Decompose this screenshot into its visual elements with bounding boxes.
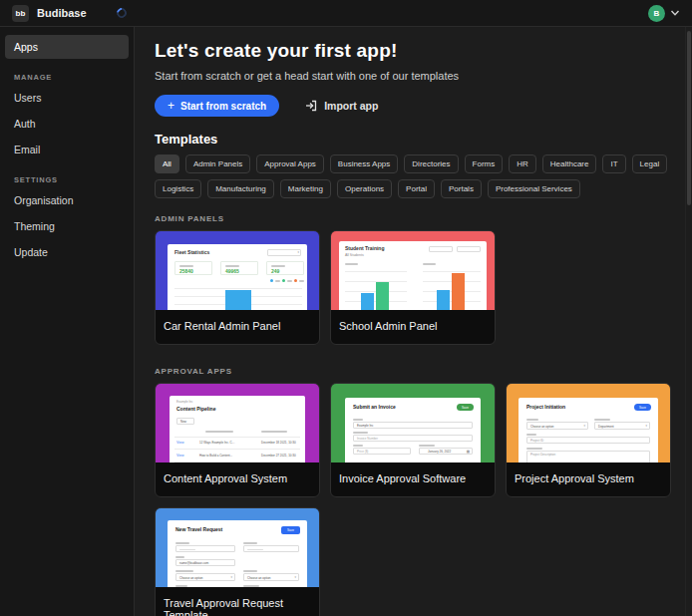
filter-forms[interactable]: Forms bbox=[465, 154, 504, 173]
chevron-down-icon[interactable] bbox=[670, 8, 680, 18]
mini-new-button: New bbox=[176, 418, 194, 425]
mini-title: Student Training bbox=[345, 246, 384, 251]
section-admin-panels: ADMIN PANELS bbox=[155, 214, 672, 223]
mini-label-line bbox=[175, 570, 193, 572]
mini-panel: Fleet Statistics ▾ 25840 49965 bbox=[168, 244, 307, 310]
mini-divider bbox=[174, 449, 300, 450]
mini-row-text: 12 Ways Example Inc. C... bbox=[199, 442, 234, 445]
filter-it[interactable]: IT bbox=[602, 154, 625, 173]
car-rental-thumbnail: Fleet Statistics ▾ 25840 49965 bbox=[156, 231, 319, 310]
avatar[interactable]: B bbox=[648, 5, 665, 22]
sidebar-item-auth[interactable]: Auth bbox=[5, 112, 129, 136]
mini-view-link: View bbox=[176, 442, 184, 446]
mini-label-line bbox=[175, 542, 189, 544]
scrollbar-thumb[interactable] bbox=[687, 31, 691, 205]
mini-label-line bbox=[345, 263, 358, 265]
mini-subtitle: All Students bbox=[345, 254, 364, 258]
mini-placeholder-line bbox=[247, 549, 263, 551]
mini-select: Choose an option ▾ bbox=[175, 573, 235, 581]
template-card-project-approval[interactable]: Project Initiation Save Choose an option… bbox=[506, 383, 671, 497]
mini-input-placeholder: Project ID bbox=[530, 440, 543, 443]
sidebar-section-settings: SETTINGS bbox=[14, 175, 120, 184]
mini-legend-label bbox=[299, 280, 304, 282]
sidebar-item-theming[interactable]: Theming bbox=[5, 214, 129, 238]
mini-label-line bbox=[419, 445, 435, 447]
mini-date-input: January 26, 2022 ▦ bbox=[419, 448, 473, 455]
scrollbar-track[interactable] bbox=[685, 27, 692, 616]
start-from-scratch-button[interactable]: + Start from scratch bbox=[155, 95, 279, 117]
sidebar-item-users[interactable]: Users bbox=[5, 86, 129, 110]
filter-logistics[interactable]: Logistics bbox=[155, 179, 201, 198]
filter-all[interactable]: All bbox=[155, 154, 179, 173]
mini-textarea: Project Description bbox=[526, 451, 650, 462]
template-card-label: Content Approval System bbox=[156, 462, 319, 496]
filter-approval-apps[interactable]: Approval Apps bbox=[256, 154, 324, 173]
filter-legal[interactable]: Legal bbox=[632, 154, 668, 173]
mini-label-line bbox=[179, 265, 193, 267]
mini-label-line bbox=[594, 419, 610, 421]
budibase-portal: bb Budibase B Apps MANAGE Users Auth Ema… bbox=[0, 0, 692, 616]
user-menu[interactable]: B bbox=[648, 5, 680, 22]
main-content: Let's create your first app! Start from … bbox=[135, 27, 692, 616]
filter-professional-services[interactable]: Professional Services bbox=[488, 179, 580, 198]
mini-divider bbox=[174, 462, 300, 462]
template-filters: All Admin Panels Approval Apps Business … bbox=[155, 154, 672, 198]
school-thumbnail: Student Training All Students bbox=[331, 231, 495, 310]
mini-col-header-line bbox=[205, 431, 233, 433]
filter-operations[interactable]: Operations bbox=[337, 179, 392, 198]
filter-directories[interactable]: Directories bbox=[404, 154, 458, 173]
mini-chevron-down-icon: ▾ bbox=[645, 425, 647, 428]
mini-label-line bbox=[225, 265, 239, 267]
section-approval-apps: APPROVAL APPS bbox=[155, 367, 672, 376]
mini-stat-card: 49965 bbox=[220, 261, 258, 275]
filter-business-apps[interactable]: Business Apps bbox=[330, 154, 398, 173]
filter-portal[interactable]: Portal bbox=[398, 179, 435, 198]
mini-label-line bbox=[175, 556, 184, 558]
mini-email-value: name@budibase.com bbox=[179, 562, 208, 565]
mini-chevron-down-icon: ▾ bbox=[297, 251, 299, 254]
content-approval-thumbnail: Example Inc Content Pipeline New View 12… bbox=[156, 384, 319, 462]
mini-chevron-down-icon: ▾ bbox=[583, 425, 585, 428]
mini-stat-value: 249 bbox=[271, 269, 279, 274]
import-app-button[interactable]: Import app bbox=[305, 100, 378, 112]
topbar: bb Budibase B bbox=[0, 0, 692, 27]
mini-legend-label bbox=[275, 280, 280, 282]
sidebar-item-apps[interactable]: Apps bbox=[5, 35, 129, 59]
template-card-content-approval[interactable]: Example Inc Content Pipeline New View 12… bbox=[155, 383, 320, 497]
filter-healthcare[interactable]: Healthcare bbox=[542, 154, 597, 173]
loading-spinner-icon bbox=[115, 6, 129, 20]
mini-select-value: Department bbox=[598, 426, 614, 429]
template-card-label: Car Rental Admin Panel bbox=[156, 310, 319, 344]
mini-label-line bbox=[353, 445, 363, 447]
mini-panel: New Travel Request Save bbox=[168, 520, 307, 587]
mini-select bbox=[429, 246, 453, 252]
mini-label-line bbox=[353, 432, 368, 434]
mini-input: Project ID bbox=[526, 437, 650, 444]
template-card-invoice-approval[interactable]: Submit an Invoice Save Example Inc Invoi… bbox=[330, 383, 496, 497]
mini-row-text: How to Build a Content... bbox=[199, 455, 232, 458]
mini-label-line bbox=[243, 570, 257, 572]
mini-date-value: January 26, 2022 bbox=[428, 451, 451, 454]
sidebar-item-update[interactable]: Update bbox=[5, 240, 129, 264]
filter-manufacturing[interactable]: Manufacturing bbox=[207, 179, 274, 198]
mini-label-line bbox=[526, 419, 538, 421]
template-card-travel-approval[interactable]: New Travel Request Save bbox=[155, 507, 320, 616]
mini-select: Choose an option ▾ bbox=[243, 573, 299, 581]
project-approval-thumbnail: Project Initiation Save Choose an option… bbox=[507, 384, 670, 462]
travel-approval-thumbnail: New Travel Request Save bbox=[156, 508, 319, 587]
filter-admin-panels[interactable]: Admin Panels bbox=[185, 154, 250, 173]
mini-input-placeholder: Price ($) bbox=[357, 451, 368, 454]
mini-panel: Submit an Invoice Save Example Inc Invoi… bbox=[345, 398, 481, 462]
mini-input: name@budibase.com bbox=[175, 559, 235, 566]
filter-hr[interactable]: HR bbox=[509, 154, 536, 173]
template-card-school[interactable]: Student Training All Students bbox=[330, 230, 496, 345]
page-title: Let's create your first app! bbox=[155, 40, 672, 62]
mini-divider bbox=[174, 437, 300, 438]
filter-marketing[interactable]: Marketing bbox=[280, 179, 331, 198]
sidebar-item-email[interactable]: Email bbox=[5, 138, 129, 161]
mini-select-value: Choose an option bbox=[179, 577, 203, 580]
template-card-car-rental[interactable]: Fleet Statistics ▾ 25840 49965 bbox=[155, 230, 320, 345]
mini-panel: Example Inc Content Pipeline New View 12… bbox=[170, 396, 305, 462]
sidebar-item-organisation[interactable]: Organisation bbox=[5, 188, 129, 212]
filter-portals[interactable]: Portals bbox=[441, 179, 482, 198]
